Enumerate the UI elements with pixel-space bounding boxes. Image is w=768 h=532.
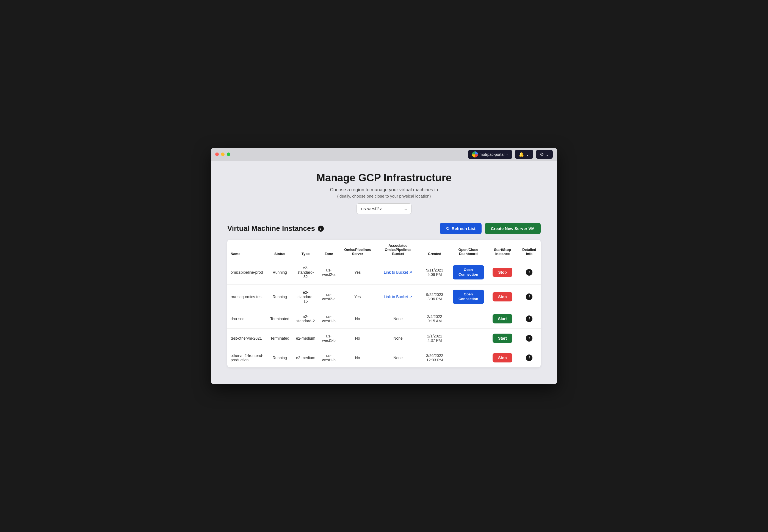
open-connection-button[interactable]: Open Connection bbox=[453, 290, 484, 304]
close-button[interactable] bbox=[215, 153, 219, 156]
cell-zone: us-west1-b bbox=[319, 309, 339, 328]
cell-zone: us-west2-a bbox=[319, 260, 339, 284]
project-selector[interactable]: motrpac-portal ⌄ bbox=[468, 150, 512, 159]
detailed-info-icon[interactable]: i bbox=[526, 293, 532, 300]
cell-created: 9/22/2023 3:06 PM bbox=[420, 284, 449, 309]
cell-type: e2-medium bbox=[292, 348, 319, 367]
cell-status: Terminated bbox=[267, 328, 292, 348]
google-cloud-icon bbox=[472, 151, 478, 157]
detailed-info-icon[interactable]: i bbox=[526, 354, 532, 361]
cell-status: Running bbox=[267, 260, 292, 284]
section-info-icon[interactable]: i bbox=[318, 226, 324, 232]
cell-detailed-info[interactable]: i bbox=[518, 284, 541, 309]
cell-omics-bucket: None bbox=[376, 328, 420, 348]
region-select-container: us-west2-a us-east1-b us-central1-a euro… bbox=[357, 203, 411, 214]
cell-created: 3/26/2022 12:03 PM bbox=[420, 348, 449, 367]
section-title: Virtual Machine Instances i bbox=[227, 224, 324, 233]
cell-omics-server: No bbox=[339, 348, 376, 367]
cell-omics-server: Yes bbox=[339, 260, 376, 284]
start-button[interactable]: Start bbox=[493, 314, 512, 323]
cell-omics-bucket[interactable]: Link to Bucket ↗ bbox=[376, 260, 420, 284]
cell-action[interactable]: Stop bbox=[487, 260, 518, 284]
cell-action[interactable]: Start bbox=[487, 309, 518, 328]
page-header: Manage GCP Infrastructure Choose a regio… bbox=[227, 172, 541, 214]
cell-type: e2-medium bbox=[292, 328, 319, 348]
chevron-down-icon: ⌄ bbox=[506, 153, 508, 156]
cell-created: 2/4/2022 9:15 AM bbox=[420, 309, 449, 328]
cell-detailed-info[interactable]: i bbox=[518, 328, 541, 348]
bell-icon: 🔔 bbox=[519, 152, 524, 157]
cell-name: rna-seq-omics-test bbox=[227, 284, 267, 309]
cell-omics-bucket[interactable]: Link to Bucket ↗ bbox=[376, 284, 420, 309]
col-header-start-stop: Start/Stop Instance bbox=[487, 240, 518, 260]
region-select[interactable]: us-west2-a us-east1-b us-central1-a euro… bbox=[357, 203, 411, 214]
create-label: Create New Server VM bbox=[491, 226, 535, 231]
create-server-vm-button[interactable]: Create New Server VM bbox=[485, 223, 541, 234]
stop-button[interactable]: Stop bbox=[493, 268, 512, 277]
cell-open-close bbox=[449, 328, 487, 348]
cell-action[interactable]: Start bbox=[487, 328, 518, 348]
cell-detailed-info[interactable]: i bbox=[518, 348, 541, 367]
col-header-omics-bucket: Associated OmicsPipelines Bucket bbox=[376, 240, 420, 260]
detailed-info-icon[interactable]: i bbox=[526, 269, 532, 276]
main-content: Manage GCP Infrastructure Choose a regio… bbox=[211, 161, 557, 378]
maximize-button[interactable] bbox=[227, 153, 230, 156]
chevron-down-icon: ⌄ bbox=[545, 152, 549, 157]
page-title: Manage GCP Infrastructure bbox=[227, 172, 541, 184]
cell-zone: us-west1-b bbox=[319, 328, 339, 348]
cell-name: omicspipeline-prod bbox=[227, 260, 267, 284]
settings-button[interactable]: ⚙ ⌄ bbox=[536, 150, 553, 159]
sliders-icon: ⚙ bbox=[540, 152, 544, 157]
col-header-detailed: Detailed Info bbox=[518, 240, 541, 260]
cell-omics-server: Yes bbox=[339, 284, 376, 309]
cell-detailed-info[interactable]: i bbox=[518, 260, 541, 284]
vm-table: Name Status Type Zone OmicsPipelines Ser… bbox=[227, 240, 541, 367]
table-row: omicspipeline-prodRunninge2-standard-32u… bbox=[227, 260, 541, 284]
col-header-name: Name bbox=[227, 240, 267, 260]
start-button[interactable]: Start bbox=[493, 334, 512, 343]
refresh-icon: ↻ bbox=[446, 226, 449, 231]
cell-type: e2-standard-16 bbox=[292, 284, 319, 309]
notifications-button[interactable]: 🔔 ⌄ bbox=[515, 150, 533, 159]
cell-type: e2-standard-32 bbox=[292, 260, 319, 284]
cell-zone: us-west1-b bbox=[319, 348, 339, 367]
cell-name: dna-seq bbox=[227, 309, 267, 328]
minimize-button[interactable] bbox=[221, 153, 225, 156]
stop-button[interactable]: Stop bbox=[493, 292, 512, 301]
main-window: motrpac-portal ⌄ 🔔 ⌄ ⚙ ⌄ Manage GCP Infr… bbox=[211, 148, 557, 384]
cell-omics-server: No bbox=[339, 309, 376, 328]
cell-action[interactable]: Stop bbox=[487, 284, 518, 309]
cell-open-close bbox=[449, 348, 487, 367]
col-header-type: Type bbox=[292, 240, 319, 260]
cell-zone: us-west2-a bbox=[319, 284, 339, 309]
col-header-status: Status bbox=[267, 240, 292, 260]
bucket-link[interactable]: Link to Bucket ↗ bbox=[384, 270, 412, 275]
section-title-text: Virtual Machine Instances bbox=[227, 224, 315, 233]
cell-name: othervm2-frontend-production bbox=[227, 348, 267, 367]
detailed-info-icon[interactable]: i bbox=[526, 335, 532, 342]
table-header-row: Name Status Type Zone OmicsPipelines Ser… bbox=[227, 240, 541, 260]
titlebar: motrpac-portal ⌄ 🔔 ⌄ ⚙ ⌄ bbox=[211, 148, 557, 161]
cell-type: n2-standard-2 bbox=[292, 309, 319, 328]
table-row: othervm2-frontend-productionRunninge2-me… bbox=[227, 348, 541, 367]
vm-table-container: Name Status Type Zone OmicsPipelines Ser… bbox=[227, 240, 541, 367]
table-row: dna-seqTerminatedn2-standard-2us-west1-b… bbox=[227, 309, 541, 328]
cell-status: Terminated bbox=[267, 309, 292, 328]
stop-button[interactable]: Stop bbox=[493, 353, 512, 362]
col-header-created: Created bbox=[420, 240, 449, 260]
bucket-link[interactable]: Link to Bucket ↗ bbox=[384, 295, 412, 299]
detailed-info-icon[interactable]: i bbox=[526, 315, 532, 322]
open-connection-button[interactable]: Open Connection bbox=[453, 265, 484, 279]
col-header-omics-server: OmicsPipelines Server bbox=[339, 240, 376, 260]
section-header: Virtual Machine Instances i ↻ Refresh Li… bbox=[227, 223, 541, 234]
cell-omics-bucket: None bbox=[376, 348, 420, 367]
header-buttons: ↻ Refresh List Create New Server VM bbox=[440, 223, 541, 234]
cell-detailed-info[interactable]: i bbox=[518, 309, 541, 328]
cell-open-close[interactable]: Open Connection bbox=[449, 260, 487, 284]
table-row: rna-seq-omics-testRunninge2-standard-16u… bbox=[227, 284, 541, 309]
cell-open-close[interactable]: Open Connection bbox=[449, 284, 487, 309]
cell-action[interactable]: Stop bbox=[487, 348, 518, 367]
titlebar-controls: motrpac-portal ⌄ 🔔 ⌄ ⚙ ⌄ bbox=[468, 150, 553, 159]
cell-name: test-othervm-2021 bbox=[227, 328, 267, 348]
refresh-list-button[interactable]: ↻ Refresh List bbox=[440, 223, 482, 234]
